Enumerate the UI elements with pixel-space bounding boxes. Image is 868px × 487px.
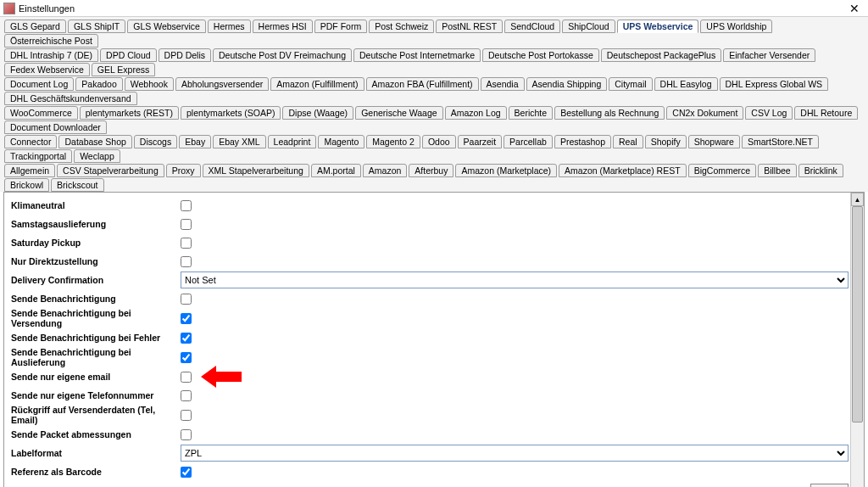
checkbox-send_notif_fehler[interactable] bbox=[181, 333, 192, 344]
tab-csv-log[interactable]: CSV Log bbox=[745, 106, 793, 120]
tab-smartstore-net[interactable]: SmartStore.NET bbox=[742, 135, 819, 148]
tab-asendia-shipping[interactable]: Asendia Shipping bbox=[526, 77, 608, 91]
tab-dpd-cloud[interactable]: DPD Cloud bbox=[100, 48, 157, 62]
tab-shopify[interactable]: Shopify bbox=[645, 135, 687, 148]
tab-document-log[interactable]: Document Log bbox=[4, 77, 74, 91]
tab-gls-webservice[interactable]: GLS Webservice bbox=[127, 20, 206, 33]
tab-gls-shipit[interactable]: GLS ShipIT bbox=[68, 20, 125, 33]
tab-billbee[interactable]: Billbee bbox=[758, 164, 797, 177]
panel-scrollbar[interactable]: ▲ ▼ bbox=[850, 193, 864, 487]
tab-amazon-log[interactable]: Amazon Log bbox=[445, 106, 507, 120]
tab-amazon[interactable]: Amazon bbox=[363, 164, 408, 177]
tab-shopware[interactable]: Shopware bbox=[688, 135, 740, 148]
tab-gls-gepard[interactable]: GLS Gepard bbox=[4, 20, 66, 33]
tab-leadprint[interactable]: Leadprint bbox=[268, 135, 317, 148]
tab-brickscout[interactable]: Brickscout bbox=[51, 178, 103, 192]
tab-allgemein[interactable]: Allgemein bbox=[4, 164, 55, 177]
tab-ebay-xml[interactable]: Ebay XML bbox=[213, 135, 265, 148]
tab-brickowl[interactable]: Brickowl bbox=[4, 178, 49, 192]
tab-plentymarkets-rest-[interactable]: plentymarkets (REST) bbox=[80, 106, 179, 120]
checkbox-send_dims[interactable] bbox=[181, 429, 192, 440]
checkbox-send_own_email[interactable] bbox=[181, 372, 192, 383]
tab-amazon-fba-fulfillment-[interactable]: Amazon FBA (Fulfillment) bbox=[366, 77, 479, 91]
tab-post-schweiz[interactable]: Post Schweiz bbox=[369, 20, 434, 33]
tab-dhl-intraship-7-de-[interactable]: DHL Intraship 7 (DE) bbox=[4, 48, 98, 62]
close-icon[interactable]: ✕ bbox=[844, 2, 865, 15]
scroll-up-icon[interactable]: ▲ bbox=[851, 193, 864, 206]
tab-connector[interactable]: Connector bbox=[4, 135, 57, 148]
tab-dhl-gesch-ftskundenversand[interactable]: DHL Geschäftskundenversand bbox=[4, 92, 137, 105]
tab-amazon-fulfillment-[interactable]: Amazon (Fulfillment) bbox=[270, 77, 364, 91]
label-nur_direkt: Nur Direktzustellung bbox=[11, 256, 181, 266]
tab-shipcloud[interactable]: ShipCloud bbox=[562, 20, 615, 33]
edit-button-drucker_versand[interactable]: Edit bbox=[810, 484, 849, 487]
tab-fedex-webservice[interactable]: Fedex Webservice bbox=[4, 63, 90, 76]
scroll-thumb[interactable] bbox=[852, 206, 863, 423]
tab-am-portal[interactable]: AM.portal bbox=[311, 164, 361, 177]
tab-hermes-hsi[interactable]: Hermes HSI bbox=[253, 20, 313, 33]
tab-proxy[interactable]: Proxy bbox=[166, 164, 201, 177]
tab-postnl-rest[interactable]: PostNL REST bbox=[436, 20, 503, 33]
tab-discogs[interactable]: Discogs bbox=[134, 135, 177, 148]
tab-plentymarkets-soap-[interactable]: plentymarkets (SOAP) bbox=[181, 106, 281, 120]
tab-deutsche-post-portokasse[interactable]: Deutsche Post Portokasse bbox=[482, 48, 599, 62]
checkbox-send_notif[interactable] bbox=[181, 294, 192, 305]
checkbox-send_notif_ausl[interactable] bbox=[181, 352, 192, 363]
tab-hermes[interactable]: Hermes bbox=[208, 20, 251, 33]
tab-woocommerce[interactable]: WooCommerce bbox=[4, 106, 78, 120]
tab-dipse-waage-[interactable]: Dipse (Waage) bbox=[282, 106, 353, 120]
tab-ups-webservice[interactable]: UPS Webservice bbox=[617, 20, 699, 33]
select-delivery_conf[interactable]: Not Set bbox=[181, 271, 849, 288]
tab-parcellab[interactable]: Parcellab bbox=[504, 135, 553, 148]
tab-citymail[interactable]: Citymail bbox=[609, 77, 652, 91]
checkbox-rueckgriff[interactable] bbox=[181, 410, 192, 421]
tab-dhl-easylog[interactable]: DHL Easylog bbox=[654, 77, 718, 91]
tab-bigcommerce[interactable]: BigCommerce bbox=[688, 164, 757, 177]
tab-pdf-form[interactable]: PDF Form bbox=[314, 20, 367, 33]
tab-dhl-retoure[interactable]: DHL Retoure bbox=[794, 106, 858, 120]
tab-pakadoo[interactable]: Pakadoo bbox=[75, 77, 122, 91]
checkbox-samstag[interactable] bbox=[181, 219, 192, 230]
tab-deutschepost-packageplus[interactable]: Deutschepost PackagePlus bbox=[601, 48, 721, 62]
tab-paarzeit[interactable]: Paarzeit bbox=[458, 135, 503, 148]
tab--sterreichische-post[interactable]: Österreichische Post bbox=[4, 34, 98, 48]
tab-bestellung-als-rechnung[interactable]: Bestellung als Rechnung bbox=[554, 106, 665, 120]
tab-bricklink[interactable]: Bricklink bbox=[798, 164, 843, 177]
tab-dhl-express-global-ws[interactable]: DHL Express Global WS bbox=[720, 77, 829, 91]
tab-xml-stapelverarbeitung[interactable]: XML Stapelverarbeitung bbox=[203, 164, 309, 177]
checkbox-nur_direkt[interactable] bbox=[181, 256, 192, 267]
tab-ups-worldship[interactable]: UPS Worldship bbox=[700, 20, 772, 33]
tab-sendcloud[interactable]: SendCloud bbox=[504, 20, 560, 33]
tab-trackingportal[interactable]: Trackingportal bbox=[4, 149, 72, 163]
tab-berichte[interactable]: Berichte bbox=[509, 106, 554, 120]
select-labelformat[interactable]: ZPL bbox=[181, 445, 849, 462]
tab-gel-express[interactable]: GEL Express bbox=[92, 63, 155, 76]
tab-database-shop[interactable]: Database Shop bbox=[58, 135, 131, 148]
tab-prestashop[interactable]: Prestashop bbox=[554, 135, 611, 148]
tab-deutsche-post-internetmarke[interactable]: Deutsche Post Internetmarke bbox=[353, 48, 481, 62]
tab-asendia[interactable]: Asendia bbox=[481, 77, 525, 91]
checkbox-ref_barcode[interactable] bbox=[181, 467, 192, 478]
checkbox-saturday_pickup[interactable] bbox=[181, 238, 192, 249]
tab-amazon-marketplace-[interactable]: Amazon (Marketplace) bbox=[455, 164, 557, 177]
tab-amazon-marketplace-rest[interactable]: Amazon (Marketplace) REST bbox=[559, 164, 687, 177]
tab-dpd-delis[interactable]: DPD Delis bbox=[159, 48, 211, 62]
tab-csv-stapelverarbeitung[interactable]: CSV Stapelverarbeitung bbox=[57, 164, 164, 177]
tab-cn2x-dokument[interactable]: CN2x Dokument bbox=[666, 106, 743, 120]
checkbox-send_own_phone[interactable] bbox=[181, 390, 192, 401]
tab-odoo[interactable]: Odoo bbox=[422, 135, 456, 148]
checkbox-send_notif_versend[interactable] bbox=[181, 313, 192, 324]
tab-weclapp[interactable]: Weclapp bbox=[74, 149, 120, 163]
tab-deutsche-post-dv-freimachung[interactable]: Deutsche Post DV Freimachung bbox=[213, 48, 352, 62]
tab-real[interactable]: Real bbox=[613, 135, 643, 148]
checkbox-klimaneutral[interactable] bbox=[181, 200, 192, 211]
tab-ebay[interactable]: Ebay bbox=[179, 135, 211, 148]
tab-abholungsversender[interactable]: Abholungsversender bbox=[175, 77, 269, 91]
tab-document-downloader[interactable]: Document Downloader bbox=[4, 120, 107, 134]
tab-generische-waage[interactable]: Generische Waage bbox=[355, 106, 443, 120]
tab-afterbuy[interactable]: Afterbuy bbox=[409, 164, 453, 177]
tab-magento[interactable]: Magento bbox=[318, 135, 364, 148]
tab-webhook[interactable]: Webhook bbox=[125, 77, 174, 91]
tab-magento-2[interactable]: Magento 2 bbox=[366, 135, 420, 148]
tab-einfacher-versender[interactable]: Einfacher Versender bbox=[723, 48, 815, 62]
